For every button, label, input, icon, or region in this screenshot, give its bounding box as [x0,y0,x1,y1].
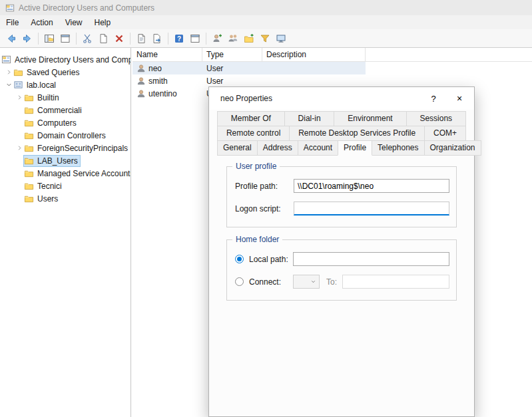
tab-telephones[interactable]: Telephones [372,140,424,156]
logon-script-input[interactable] [294,202,449,215]
list-row-smith[interactable]: smith User [133,74,366,87]
tree-item-commerciali[interactable]: Commerciali [0,104,131,116]
folder-icon [24,168,35,178]
dialog-close-button[interactable]: × [445,87,474,110]
list-header: Name Type Description [133,48,532,62]
user-icon [136,89,146,98]
profile-path-input[interactable] [294,179,449,193]
local-path-radio[interactable] [235,255,244,263]
user-icon [136,76,146,86]
window-title: Active Directory Users and Computers [19,3,154,13]
menu-file[interactable]: File [0,17,25,29]
profile-path-label: Profile path: [235,182,294,191]
tree-item-managed-service-accounts[interactable]: Managed Service Accounts [0,167,131,180]
folder-icon [24,194,35,204]
tab-environment[interactable]: Environment [334,111,406,126]
chevron-right-icon[interactable] [4,69,13,76]
column-header-description[interactable]: Description [262,48,366,61]
new-group-button[interactable] [225,31,241,47]
tree-item-saved-queries[interactable]: Saved Queries [0,66,131,78]
tree-item-aduc-root[interactable]: Active Directory Users and Computers [0,53,131,66]
tree-item-users[interactable]: Users [0,192,131,205]
tree-item-computers[interactable]: Computers [0,116,131,129]
show-console-tree-button[interactable] [41,31,57,47]
tree-item-builtin[interactable]: Builtin [0,91,131,104]
tab-strip: Member Of Dial-in Environment Sessions R… [209,110,474,156]
tab-account[interactable]: Account [298,140,338,156]
folder-icon [24,181,35,191]
folder-icon [24,143,35,153]
column-header-name[interactable]: Name [133,48,202,61]
app-icon [5,3,15,13]
new-ou-button[interactable] [241,31,257,47]
tree-item-domain-controllers[interactable]: Domain Controllers [0,129,131,142]
toolbar-separator [130,33,131,45]
to-label: To: [326,277,337,287]
tab-address[interactable]: Address [257,140,298,156]
chevron-right-icon[interactable] [15,94,24,101]
toolbar-separator [206,33,206,45]
tab-member-of[interactable]: Member Of [217,111,285,126]
logon-script-label: Logon script: [235,204,294,213]
user-profile-group-label: User profile [232,162,280,171]
tree-item-tecnici[interactable]: Tecnici [0,180,131,192]
chevron-down-icon[interactable] [4,81,13,88]
tab-remote-control[interactable]: Remote control [217,126,290,141]
tab-remote-desktop-services-profile[interactable]: Remote Desktop Services Profile [289,126,425,141]
column-header-type[interactable]: Type [202,48,262,61]
cut-button[interactable] [79,31,95,47]
tree-item-lab-users[interactable]: LAB_Users [0,154,131,167]
user-profile-group: User profile Profile path: Logon script: [226,166,457,227]
tab-com-plus[interactable]: COM+ [424,126,466,141]
list-row-neo[interactable]: neo User [133,62,366,74]
dialog-title-bar: neo Properties ? × [209,87,474,110]
list-view-button[interactable] [133,31,149,47]
console-tree-icon [44,33,55,44]
folder-icon [24,92,35,102]
tree-item-lab-local[interactable]: lab.local [0,78,131,91]
back-button[interactable] [3,31,19,47]
menu-help[interactable]: Help [89,17,117,29]
new-user-button[interactable] [209,31,225,47]
home-folder-group: Home folder Local path: Connect: To: [226,239,457,301]
properties-button[interactable] [57,31,73,47]
tab-sessions[interactable]: Sessions [406,111,466,126]
domain-icon [13,80,25,90]
help-icon [174,33,184,44]
delete-button[interactable] [111,31,127,47]
console-window-button[interactable] [187,31,203,47]
new-computer-button[interactable] [273,31,289,47]
drive-letter-dropdown[interactable] [293,275,320,289]
tab-general[interactable]: General [217,140,258,156]
forward-button[interactable] [19,31,35,47]
home-folder-group-label: Home folder [232,235,282,244]
tab-organization[interactable]: Organization [424,140,481,156]
console-tree-pane: Active Directory Users and Computers Sav… [0,48,131,417]
chevron-right-icon[interactable] [15,144,24,152]
local-path-label: Local path: [249,255,293,264]
local-path-input[interactable] [293,252,449,266]
connect-label: Connect: [249,277,293,287]
toolbar [0,29,532,48]
computer-icon [276,33,286,44]
dialog-help-button[interactable]: ? [422,87,445,110]
profile-tab-page: User profile Profile path: Logon script:… [209,156,474,301]
tab-profile[interactable]: Profile [338,140,372,156]
tree-item-foreign-security-principals[interactable]: ForeignSecurityPrincipals [0,142,131,154]
aduc-root-icon [1,55,13,65]
connect-radio[interactable] [235,277,244,286]
copy-button[interactable] [95,31,111,47]
back-arrow-icon [6,33,17,44]
filter-button[interactable] [257,31,273,47]
window-icon [190,33,200,44]
menu-action[interactable]: Action [25,17,59,29]
help-button[interactable] [171,31,187,47]
tab-dial-in[interactable]: Dial-in [284,111,335,126]
page-lines-icon [136,33,146,44]
dialog-title: neo Properties [220,94,272,103]
page-icon [98,33,109,44]
menu-view[interactable]: View [59,17,89,29]
export-list-button[interactable] [149,31,165,47]
menu-bar: File Action View Help [0,15,532,29]
connect-path-input[interactable] [342,275,449,289]
